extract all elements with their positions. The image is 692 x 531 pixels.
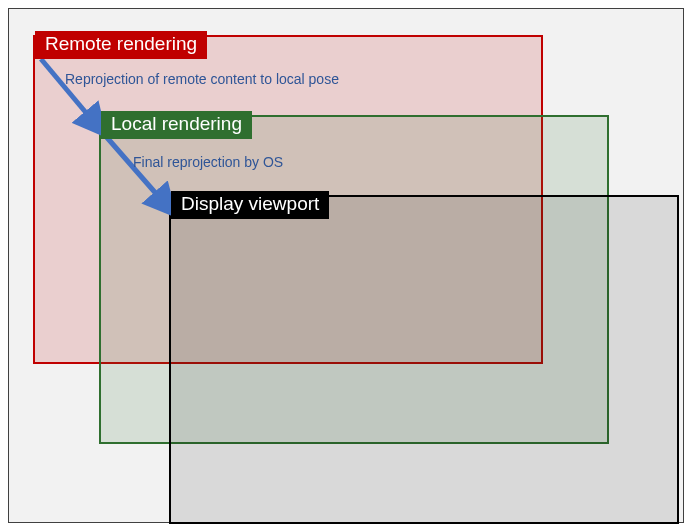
diagram-canvas: Remote rendering Local rendering Display…: [0, 0, 692, 531]
outer-frame: Remote rendering Local rendering Display…: [8, 8, 684, 523]
remote-rendering-label: Remote rendering: [35, 31, 207, 59]
display-viewport-label: Display viewport: [171, 191, 329, 219]
local-rendering-label: Local rendering: [101, 111, 252, 139]
caption-reproj-remote: Reprojection of remote content to local …: [65, 71, 339, 87]
display-viewport-box: [169, 195, 679, 524]
caption-reproj-os: Final reprojection by OS: [133, 154, 283, 170]
